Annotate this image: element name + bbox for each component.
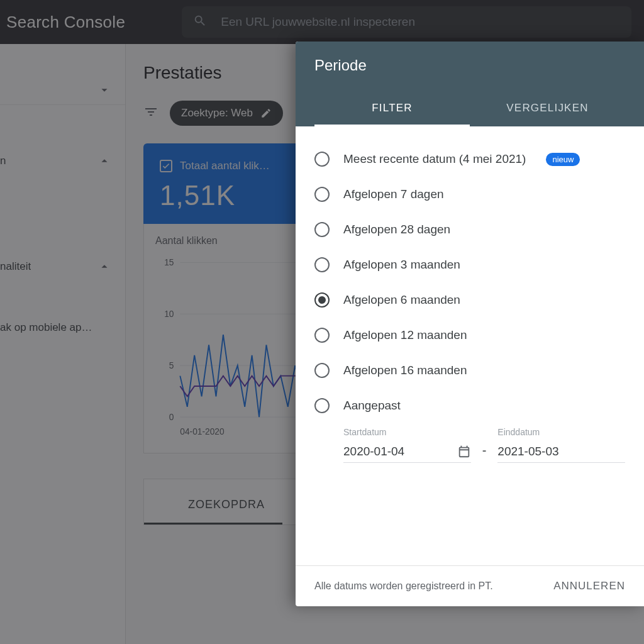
radio-icon xyxy=(314,292,330,308)
radio-icon xyxy=(314,398,330,413)
tab-filter[interactable]: FILTER xyxy=(314,92,470,126)
cancel-button[interactable]: ANNULEREN xyxy=(553,580,625,592)
option-label: Afgelopen 12 maanden xyxy=(343,328,467,342)
date-option-5[interactable]: Afgelopen 12 maanden xyxy=(314,318,625,353)
option-label: Afgelopen 28 dagen xyxy=(343,223,450,236)
radio-icon xyxy=(314,363,330,378)
date-option-0[interactable]: Meest recente datum (4 mei 2021)nieuw xyxy=(314,142,625,177)
radio-icon xyxy=(314,257,330,272)
option-label: Afgelopen 3 maanden xyxy=(343,258,460,272)
end-date-value: 2021-05-03 xyxy=(497,445,558,458)
date-option-2[interactable]: Afgelopen 28 dagen xyxy=(314,212,625,247)
new-badge: nieuw xyxy=(546,153,580,166)
date-option-3[interactable]: Afgelopen 3 maanden xyxy=(314,247,625,282)
radio-icon xyxy=(314,222,330,237)
option-label: Afgelopen 6 maanden xyxy=(343,293,460,307)
dialog-footer-note: Alle datums worden geregistreerd in PT. xyxy=(314,580,493,592)
start-date-label: Startdatum xyxy=(343,427,471,437)
date-separator: - xyxy=(482,443,487,463)
radio-icon xyxy=(314,187,330,202)
end-date-input[interactable]: 2021-05-03 xyxy=(497,441,625,463)
date-option-7[interactable]: Aangepast xyxy=(314,388,625,423)
date-range-dialog: Periode FILTER VERGELIJKEN Meest recente… xyxy=(296,42,644,606)
option-label: Aangepast xyxy=(343,399,401,413)
dialog-title: Periode xyxy=(314,57,625,74)
calendar-icon xyxy=(457,445,471,458)
radio-icon xyxy=(314,328,330,343)
start-date-input[interactable]: 2020-01-04 xyxy=(343,441,471,463)
tab-compare[interactable]: VERGELIJKEN xyxy=(470,92,625,126)
date-option-1[interactable]: Afgelopen 7 dagen xyxy=(314,177,625,212)
radio-icon xyxy=(314,152,330,167)
date-option-6[interactable]: Afgelopen 16 maanden xyxy=(314,353,625,388)
start-date-value: 2020-01-04 xyxy=(343,445,404,458)
option-label: Meest recente datum (4 mei 2021) xyxy=(343,152,526,166)
date-option-4[interactable]: Afgelopen 6 maanden xyxy=(314,282,625,318)
option-label: Afgelopen 7 dagen xyxy=(343,187,444,201)
end-date-label: Einddatum xyxy=(497,427,625,437)
option-label: Afgelopen 16 maanden xyxy=(343,364,467,377)
